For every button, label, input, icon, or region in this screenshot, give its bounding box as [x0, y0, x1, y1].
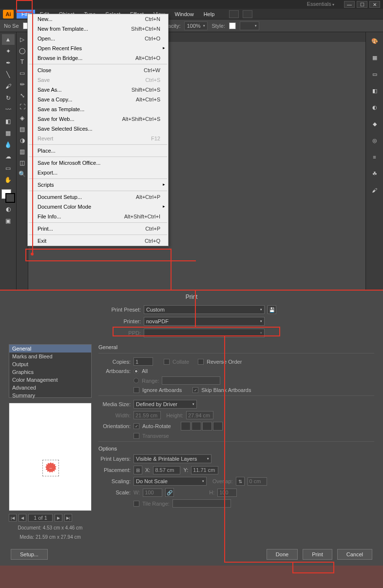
free-transform-tool[interactable]: ⛶ [16, 101, 29, 112]
print-section-item[interactable]: Graphics [9, 368, 91, 376]
blend-tool[interactable]: ◑ [16, 135, 29, 146]
gradient-tool[interactable]: ▤ [16, 124, 29, 135]
selection-tool[interactable]: ▲ [2, 34, 15, 45]
all-radio[interactable] [134, 369, 139, 374]
direct-selection-tool[interactable]: ▷ [16, 34, 29, 45]
file-menu-item[interactable]: Export... [28, 168, 168, 177]
rotate-tool[interactable]: ↻ [2, 93, 15, 103]
gradient-panel-icon[interactable]: ◧ [368, 85, 381, 97]
stroke-panel-icon[interactable]: ▭ [368, 68, 381, 80]
lasso-tool[interactable]: ◯ [16, 45, 29, 56]
first-page-button[interactable]: |◀ [9, 514, 17, 522]
swatches-panel-icon[interactable]: ▦ [368, 52, 381, 63]
print-section-item[interactable]: Advanced [9, 384, 91, 392]
y-field[interactable]: 11.71 cm [191, 466, 218, 474]
file-menu-item[interactable]: Save as Template... [28, 104, 168, 114]
print-layers-select[interactable]: Visible & Printable Layers [134, 454, 211, 463]
file-menu-item[interactable]: CloseCtrl+W [28, 65, 168, 75]
file-menu-item[interactable]: Browse in Bridge...Alt+Ctrl+O [28, 53, 168, 63]
menu-window[interactable]: Window [170, 10, 199, 19]
brushes-panel-icon[interactable]: 🖌 [368, 184, 381, 196]
slice-tool[interactable]: ◫ [16, 157, 29, 168]
transparency-panel-icon[interactable]: ◐ [368, 101, 381, 113]
symbols-panel-icon[interactable]: ☘ [368, 168, 381, 179]
rectangle-tool[interactable]: ▭ [16, 68, 29, 78]
file-menu-item[interactable]: Save Selected Slices... [28, 124, 168, 134]
print-section-item[interactable]: Summary [9, 392, 91, 399]
eyedropper-tool[interactable]: 💧 [2, 139, 15, 150]
copies-field[interactable]: 1 [134, 357, 153, 366]
file-menu-item[interactable]: New...Ctrl+N [28, 14, 168, 24]
color-mode-icon[interactable]: ◐ [2, 204, 15, 215]
scaling-select[interactable]: Do Not Scale [134, 477, 207, 486]
color-panel-icon[interactable]: 🎨 [368, 35, 381, 47]
print-button[interactable]: Print [303, 549, 332, 560]
paintbrush-tool[interactable]: 🖌 [2, 81, 15, 92]
ignore-artboards-checkbox[interactable] [134, 387, 139, 393]
print-sections-list[interactable]: GeneralMarks and BleedOutputGraphicsColo… [9, 344, 92, 398]
style-dropdown[interactable] [240, 21, 259, 30]
print-section-item[interactable]: General [9, 345, 91, 353]
print-section-item[interactable]: Output [9, 360, 91, 368]
file-menu-item[interactable]: Document Setup...Alt+Ctrl+P [28, 192, 168, 202]
last-page-button[interactable]: ▶| [64, 514, 72, 522]
magic-wand-tool[interactable]: ✦ [2, 46, 15, 57]
bridge-icon[interactable] [229, 10, 239, 18]
width-tool[interactable]: 〰 [2, 104, 15, 115]
file-menu-item[interactable]: Save for Microsoft Office... [28, 158, 168, 168]
shape-builder-tool[interactable]: ◧ [2, 116, 15, 127]
maximize-button[interactable]: ☐ [357, 1, 367, 8]
print-section-item[interactable]: Marks and Bleed [9, 353, 91, 360]
type-tool[interactable]: T [16, 57, 29, 67]
file-menu-item[interactable]: Save a Copy...Alt+Ctrl+S [28, 95, 168, 104]
print-preset-select[interactable]: Custom [144, 305, 265, 314]
mesh-tool[interactable]: ▦ [2, 128, 15, 138]
hand-tool[interactable]: ✋ [2, 175, 15, 185]
done-button[interactable]: Done [267, 549, 298, 560]
workspace-switcher[interactable]: Essentials [307, 1, 334, 7]
style-swatch[interactable] [229, 22, 236, 29]
x-field[interactable]: 8.57 cm [153, 466, 180, 474]
file-menu-item[interactable]: Open...Ctrl+O [28, 34, 168, 43]
scale-tool[interactable]: ⤡ [16, 90, 29, 101]
close-button[interactable]: ✕ [369, 1, 380, 8]
screen-mode-icon[interactable]: ▣ [2, 216, 15, 226]
prev-page-button[interactable]: ◀ [19, 514, 26, 522]
zoom-tool[interactable]: 🔍 [16, 169, 29, 179]
graph-tool[interactable]: ▥ [16, 146, 29, 157]
page-indicator[interactable]: 1 of 1 [28, 514, 53, 522]
pen-tool[interactable]: ✒ [2, 58, 15, 68]
line-tool[interactable]: ╲ [2, 69, 15, 80]
file-menu-item[interactable]: Scripts [28, 180, 168, 190]
artboard-tool[interactable]: ▭ [2, 163, 15, 174]
next-page-button[interactable]: ▶ [55, 514, 62, 522]
file-menu-item[interactable]: Save for Web...Alt+Shift+Ctrl+S [28, 114, 168, 124]
setup-button[interactable]: Setup... [11, 549, 48, 560]
orientation-buttons[interactable] [181, 422, 223, 431]
file-menu-item[interactable]: Document Color Mode [28, 202, 168, 212]
save-preset-icon[interactable]: 💾 [268, 305, 276, 314]
file-menu-item[interactable]: Save As...Shift+Ctrl+S [28, 85, 168, 95]
layers-panel-icon[interactable]: ≡ [368, 151, 381, 163]
placement-anchor-icon[interactable]: ⊞ [134, 466, 142, 474]
range-radio[interactable] [134, 378, 139, 383]
symbol-tool[interactable]: ☁ [2, 151, 15, 162]
skip-blank-checkbox[interactable] [192, 387, 198, 393]
file-menu-item[interactable]: New from Template...Shift+Ctrl+N [28, 24, 168, 34]
pencil-tool[interactable]: ✏ [16, 79, 29, 90]
appearance-panel-icon[interactable]: ◆ [368, 118, 381, 130]
reverse-order-checkbox[interactable] [198, 359, 204, 365]
file-menu-item[interactable]: Print...Ctrl+P [28, 224, 168, 234]
file-menu-item[interactable]: File Info...Alt+Shift+Ctrl+I [28, 212, 168, 221]
file-menu-item[interactable]: Open Recent Files [28, 43, 168, 53]
cancel-button[interactable]: Cancel [337, 549, 372, 560]
printer-select[interactable]: novaPDF [144, 317, 265, 326]
arrange-icon[interactable] [243, 10, 252, 18]
file-menu-item[interactable]: Place... [28, 146, 168, 156]
minimize-button[interactable]: — [344, 1, 355, 8]
auto-rotate-checkbox[interactable] [134, 423, 139, 429]
file-menu-item[interactable]: ExitCtrl+Q [28, 236, 168, 246]
media-size-select[interactable]: Defined by Driver [134, 400, 197, 409]
print-section-item[interactable]: Color Management [9, 376, 91, 384]
opacity-field[interactable]: 100% [184, 21, 208, 30]
